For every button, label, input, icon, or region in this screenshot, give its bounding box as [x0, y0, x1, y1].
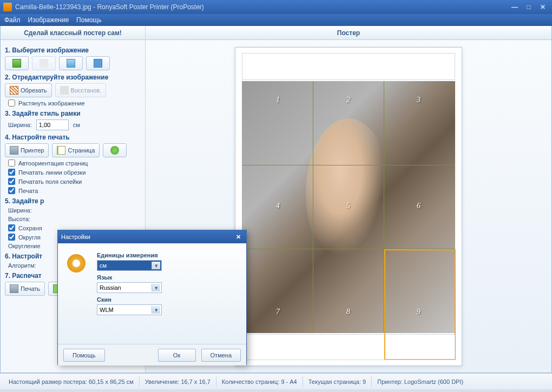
- dialog-ok-button[interactable]: Ок: [158, 349, 196, 362]
- close-button[interactable]: ✕: [537, 3, 549, 11]
- dialog-titlebar[interactable]: Настройки ✕: [58, 230, 246, 243]
- tile-8[interactable]: 8: [346, 308, 350, 316]
- chevron-down-icon: ▾: [152, 262, 160, 269]
- settings-dialog: Настройки ✕ Единицы измерения см▾ Язык R…: [57, 230, 247, 365]
- tile-1[interactable]: 1: [276, 96, 280, 104]
- minimize-button[interactable]: —: [509, 3, 521, 11]
- status-zoom: Увеличение: 16,7 x 16,7: [140, 376, 216, 387]
- settings-gear-icon: [65, 252, 88, 275]
- units-label: Единицы измерения: [97, 252, 239, 258]
- step3-title: 3. Задайте стиль рамки: [5, 110, 141, 117]
- restore-icon: [60, 86, 69, 95]
- menu-file[interactable]: Файл: [4, 16, 21, 24]
- frame-width-input[interactable]: [36, 119, 69, 130]
- tile-4[interactable]: 4: [276, 202, 280, 210]
- tile-2[interactable]: 2: [346, 96, 350, 104]
- chevron-down-icon: ▾: [152, 284, 160, 291]
- window-title: Camilla-Belle-1123943.jpg - RonyaSoft Po…: [15, 3, 509, 11]
- page-button[interactable]: Страница: [52, 143, 100, 157]
- external-icon: [94, 59, 102, 68]
- frame-width-label: Ширина:: [8, 122, 32, 128]
- scan-button[interactable]: [59, 56, 83, 70]
- paste-icon: [40, 59, 48, 68]
- restore-button[interactable]: Восстанов.: [55, 83, 107, 97]
- step2-title: 2. Отредактируйте изображение: [5, 74, 141, 81]
- menu-image[interactable]: Изображение: [28, 16, 69, 24]
- external-button[interactable]: [86, 56, 110, 70]
- lang-select[interactable]: Russian▾: [97, 282, 162, 293]
- page-icon: [57, 146, 65, 155]
- skin-select[interactable]: WLM▾: [97, 304, 162, 315]
- titlebar: Camilla-Belle-1123943.jpg - RonyaSoft Po…: [0, 0, 552, 14]
- menubar: Файл Изображение Помощь: [0, 14, 552, 26]
- print-icon: [10, 284, 18, 293]
- app-icon: [3, 3, 12, 11]
- print-partial-checkbox[interactable]: [8, 187, 15, 194]
- skin-label: Скин: [97, 296, 239, 303]
- menu-help[interactable]: Помощь: [76, 16, 101, 24]
- statusbar: Настоящий размер постера: 60,15 x 86,25 …: [0, 373, 552, 389]
- dialog-help-button[interactable]: Помощь: [63, 349, 105, 362]
- maximize-button[interactable]: □: [523, 3, 535, 11]
- frame-width-unit: см: [73, 122, 80, 128]
- poster-page: 1 2 3 4 5 6 7 8 9: [235, 47, 462, 366]
- status-real-size: Настоящий размер постера: 60,15 x 86,25 …: [3, 376, 140, 387]
- print-glue-checkbox[interactable]: [8, 178, 15, 185]
- status-current: Текущая страница: 9: [303, 376, 372, 387]
- step4-title: 4. Настройте печать: [5, 134, 141, 141]
- paste-button[interactable]: [32, 56, 56, 70]
- units-select[interactable]: см▾: [97, 260, 162, 271]
- printer-button[interactable]: Принтер: [5, 143, 49, 157]
- open-image-button[interactable]: [5, 56, 29, 70]
- stretch-label: Растянуть изображение: [18, 100, 85, 107]
- lang-label: Язык: [97, 274, 239, 281]
- crop-icon: [10, 86, 18, 95]
- page-settings-button[interactable]: [103, 143, 127, 157]
- content-header: Постер: [146, 26, 551, 40]
- gear-icon: [110, 146, 119, 155]
- print-cut-checkbox[interactable]: [8, 169, 15, 176]
- chevron-down-icon: ▾: [152, 306, 160, 314]
- printer-icon: [10, 146, 18, 155]
- status-pages: Количество страниц: 9 - A4: [216, 376, 303, 387]
- open-icon: [12, 59, 21, 68]
- tile-7[interactable]: 7: [276, 308, 280, 316]
- keep-checkbox[interactable]: [8, 224, 15, 231]
- tile-6[interactable]: 6: [417, 202, 420, 210]
- dialog-close-button[interactable]: ✕: [233, 234, 243, 241]
- tile-5[interactable]: 5: [346, 202, 350, 210]
- sidebar-header: Сделай классный постер сам!: [1, 26, 145, 40]
- dialog-cancel-button[interactable]: Отмена: [201, 349, 241, 362]
- tile-3[interactable]: 3: [417, 96, 420, 104]
- round-checkbox[interactable]: [8, 234, 15, 241]
- status-printer: Принтер: LogoSmartz (600 DPI): [372, 376, 549, 387]
- auto-orient-checkbox[interactable]: [8, 160, 15, 167]
- step1-title: 1. Выберите изображение: [5, 46, 141, 54]
- dialog-title: Настройки: [61, 234, 233, 240]
- print-button[interactable]: Печать: [5, 282, 45, 296]
- step5-title: 5. Задайте р: [5, 197, 141, 205]
- crop-button[interactable]: Обрезать: [5, 83, 52, 97]
- stretch-checkbox[interactable]: [8, 99, 15, 107]
- scan-icon: [67, 59, 75, 68]
